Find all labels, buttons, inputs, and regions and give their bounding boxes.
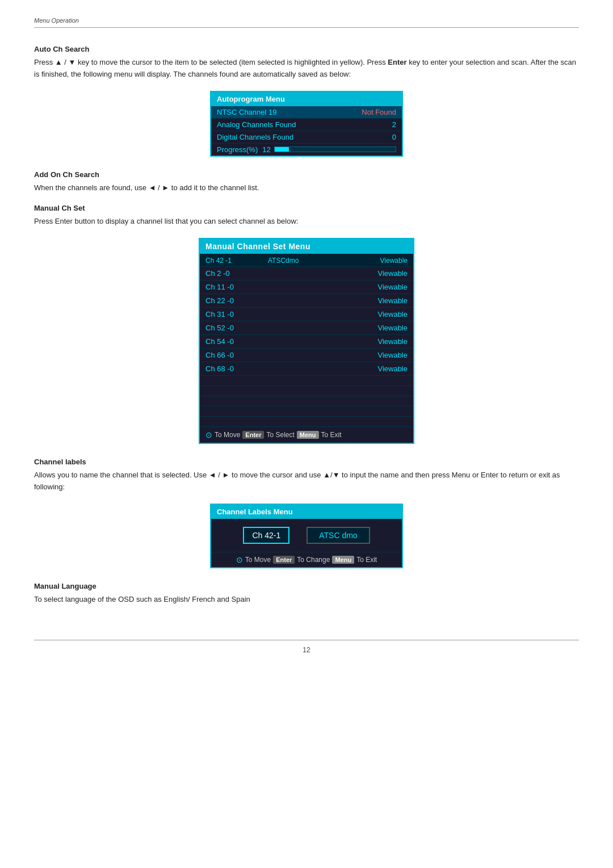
cl-menu-button-label: Menu bbox=[332, 556, 354, 564]
ch-row-2-col1: Ch 2 -0 bbox=[205, 269, 268, 278]
section-manual-ch-set: Manual Ch Set Press Enter button to disp… bbox=[34, 204, 579, 228]
ch-row-11-col2 bbox=[268, 283, 356, 291]
ch-row-54-col3: Viewable bbox=[356, 337, 408, 346]
manual-ch-set-header: Ch 42 -1 ATSCdmo Viewable bbox=[200, 254, 413, 266]
ch-row-68-col2 bbox=[268, 364, 356, 373]
autoprogram-row-digital: Digital Channels Found 0 bbox=[211, 131, 402, 144]
cl-enter-button-label: Enter bbox=[273, 556, 295, 564]
autoprogram-menu-title: Autoprogram Menu bbox=[211, 92, 402, 106]
ch-row-11-col1: Ch 11 -0 bbox=[205, 283, 268, 291]
ch-row-22-col3: Viewable bbox=[356, 296, 408, 305]
ch-row-empty-5 bbox=[200, 416, 413, 426]
ch-header-col3: Viewable bbox=[356, 257, 408, 265]
autoprogram-ntsc-label: NTSC Channel 19 bbox=[217, 108, 277, 116]
ch-row-31-col3: Viewable bbox=[356, 310, 408, 318]
menu-button-label: Menu bbox=[297, 431, 319, 439]
header-label: Menu Operation bbox=[34, 17, 79, 24]
ch-row-52: Ch 52 -0 Viewable bbox=[200, 321, 413, 334]
channel-labels-name: ATSC dmo bbox=[319, 531, 357, 540]
ch-row-empty-3 bbox=[200, 396, 413, 406]
manual-ch-set-menu-title: Manual Channel Set Menu bbox=[200, 239, 413, 254]
channel-labels-content: Ch 42-1 ATSC dmo bbox=[211, 519, 402, 552]
ch-row-54-col2 bbox=[268, 337, 356, 346]
ch-row-11-col3: Viewable bbox=[356, 283, 408, 291]
to-move-text: To Move bbox=[215, 431, 240, 439]
channel-labels-title: Channel labels bbox=[34, 458, 579, 466]
ch-row-22-col2 bbox=[268, 296, 356, 305]
channel-labels-footer: ⊙ To Move Enter To Change Menu To Exit bbox=[211, 552, 402, 567]
autoprogram-row-analog: Analog Channels Found 2 bbox=[211, 119, 402, 131]
channel-labels-ch: Ch 42-1 bbox=[252, 531, 280, 540]
auto-ch-search-text1: Press ▲ / ▼ key to move the cursor to th… bbox=[34, 58, 388, 66]
autoprogram-row-ntsc: NTSC Channel 19 Not Found bbox=[211, 106, 402, 119]
channel-labels-ch-box: Ch 42-1 bbox=[243, 527, 289, 544]
manual-ch-set-body: Press Enter button to display a channel … bbox=[34, 216, 579, 228]
to-exit-text: To Exit bbox=[321, 431, 342, 439]
ch-row-empty-1 bbox=[200, 375, 413, 385]
to-select-text: To Select bbox=[266, 431, 294, 439]
page-footer: 12 bbox=[34, 640, 579, 654]
ch-row-2-col3: Viewable bbox=[356, 269, 408, 278]
ch-row-31-col2 bbox=[268, 310, 356, 318]
ch-row-22-col1: Ch 22 -0 bbox=[205, 296, 268, 305]
ch-row-52-col1: Ch 52 -0 bbox=[205, 324, 268, 332]
auto-ch-search-bold: Enter bbox=[388, 58, 406, 66]
progress-label: Progress(%) bbox=[217, 145, 258, 154]
page-number: 12 bbox=[303, 646, 310, 654]
manual-ch-set-menu-box: Manual Channel Set Menu Ch 42 -1 ATSCdmo… bbox=[199, 238, 414, 444]
autoprogram-menu-box: Autoprogram Menu NTSC Channel 19 Not Fou… bbox=[210, 91, 403, 157]
ch-row-66: Ch 66 -0 Viewable bbox=[200, 348, 413, 362]
section-add-on-ch-search: Add On Ch Search When the channels are f… bbox=[34, 170, 579, 194]
add-on-ch-search-title: Add On Ch Search bbox=[34, 170, 579, 179]
ch-row-31-col1: Ch 31 -0 bbox=[205, 310, 268, 318]
manual-ch-set-footer: ⊙ To Move Enter To Select Menu To Exit bbox=[200, 426, 413, 443]
section-channel-labels: Channel labels Allows you to name the ch… bbox=[34, 458, 579, 493]
progress-bar bbox=[274, 146, 396, 152]
ch-row-66-col1: Ch 66 -0 bbox=[205, 351, 268, 359]
ch-row-66-col3: Viewable bbox=[356, 351, 408, 359]
channel-labels-name-box: ATSC dmo bbox=[306, 527, 370, 544]
page-header: Menu Operation bbox=[34, 17, 579, 28]
ch-row-2-col2 bbox=[268, 269, 356, 278]
autoprogram-digital-value: 0 bbox=[392, 133, 396, 141]
ch-row-empty-4 bbox=[200, 406, 413, 416]
ch-header-col1: Ch 42 -1 bbox=[205, 257, 268, 265]
cl-to-exit-text: To Exit bbox=[356, 556, 377, 564]
auto-ch-search-title: Auto Ch Search bbox=[34, 45, 579, 53]
autoprogram-ntsc-value: Not Found bbox=[362, 108, 396, 116]
add-on-ch-search-body: When the channels are found, use ◄ / ► t… bbox=[34, 182, 579, 194]
ch-row-68-col1: Ch 68 -0 bbox=[205, 364, 268, 373]
autoprogram-analog-value: 2 bbox=[392, 120, 396, 129]
progress-fill bbox=[275, 147, 289, 152]
ch-row-52-col3: Viewable bbox=[356, 324, 408, 332]
autoprogram-progress-row: Progress(%) 12 bbox=[211, 144, 402, 156]
ch-header-col2: ATSCdmo bbox=[268, 257, 356, 265]
channel-labels-menu-box: Channel Labels Menu Ch 42-1 ATSC dmo ⊙ T… bbox=[210, 504, 403, 568]
cl-move-icon: ⊙ bbox=[236, 555, 243, 564]
ch-row-52-col2 bbox=[268, 324, 356, 332]
ch-row-31: Ch 31 -0 Viewable bbox=[200, 307, 413, 321]
ch-row-68: Ch 68 -0 Viewable bbox=[200, 362, 413, 375]
ch-row-2: Ch 2 -0 Viewable bbox=[200, 266, 413, 280]
ch-row-66-col2 bbox=[268, 351, 356, 359]
manual-language-body: To select language of the OSD such as En… bbox=[34, 594, 579, 606]
cl-to-move-text: To Move bbox=[245, 556, 271, 564]
autoprogram-digital-label: Digital Channels Found bbox=[217, 133, 293, 141]
ch-row-54-col1: Ch 54 -0 bbox=[205, 337, 268, 346]
enter-button-label: Enter bbox=[242, 431, 264, 439]
channel-labels-body: Allows you to name the channel that is s… bbox=[34, 469, 579, 493]
autoprogram-analog-label: Analog Channels Found bbox=[217, 120, 296, 129]
section-auto-ch-search: Auto Ch Search Press ▲ / ▼ key to move t… bbox=[34, 45, 579, 81]
ch-row-empty-2 bbox=[200, 385, 413, 396]
cl-to-change-text: To Change bbox=[297, 556, 330, 564]
manual-ch-set-title: Manual Ch Set bbox=[34, 204, 579, 212]
ch-row-22: Ch 22 -0 Viewable bbox=[200, 293, 413, 307]
channel-labels-menu-title: Channel Labels Menu bbox=[211, 505, 402, 519]
manual-language-title: Manual Language bbox=[34, 582, 579, 590]
section-manual-language: Manual Language To select language of th… bbox=[34, 582, 579, 606]
progress-num: 12 bbox=[262, 145, 270, 154]
ch-row-68-col3: Viewable bbox=[356, 364, 408, 373]
move-icon: ⊙ bbox=[205, 430, 212, 439]
auto-ch-search-body: Press ▲ / ▼ key to move the cursor to th… bbox=[34, 57, 579, 81]
ch-row-11: Ch 11 -0 Viewable bbox=[200, 280, 413, 293]
